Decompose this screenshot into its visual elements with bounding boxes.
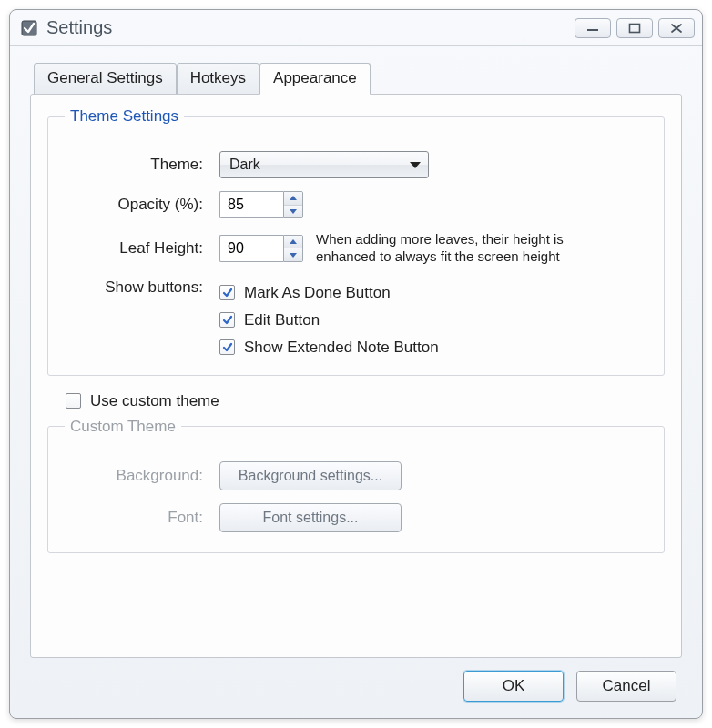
- mark-done-label: Mark As Done Button: [244, 284, 391, 302]
- leaf-height-hint: When adding more leaves, their height is…: [316, 231, 607, 266]
- tab-strip: General Settings Hotkeys Appearance: [34, 63, 682, 95]
- svg-rect-1: [587, 29, 598, 31]
- chevron-down-icon: [290, 209, 297, 214]
- use-custom-theme-checkbox[interactable]: [66, 393, 81, 409]
- opacity-down[interactable]: [284, 206, 302, 218]
- edit-label: Edit Button: [244, 311, 320, 329]
- tab-hotkeys[interactable]: Hotkeys: [177, 63, 259, 95]
- ok-button[interactable]: OK: [463, 671, 564, 702]
- settings-window: Settings General Settings Hotkeys Appear…: [9, 9, 703, 719]
- opacity-arrows: [283, 191, 303, 218]
- leaf-height-up[interactable]: [284, 236, 302, 249]
- chevron-down-icon: [410, 162, 421, 168]
- font-label: Font:: [65, 509, 219, 527]
- theme-settings-legend: Theme Settings: [65, 107, 184, 126]
- chevron-up-icon: [290, 239, 297, 244]
- minimize-button[interactable]: [575, 18, 611, 38]
- close-button[interactable]: [658, 18, 695, 38]
- opacity-label: Opacity (%):: [65, 196, 219, 214]
- client-area: General Settings Hotkeys Appearance Them…: [10, 46, 702, 718]
- leaf-height-stepper[interactable]: [219, 235, 303, 262]
- chevron-up-icon: [290, 196, 297, 200]
- tab-general[interactable]: General Settings: [34, 63, 177, 95]
- theme-label: Theme:: [65, 156, 219, 174]
- opacity-up[interactable]: [284, 192, 302, 206]
- custom-theme-group: Custom Theme Background: Background sett…: [47, 418, 665, 553]
- opacity-stepper[interactable]: [219, 191, 303, 218]
- titlebar: Settings: [10, 10, 702, 46]
- theme-select-value: Dark: [229, 157, 260, 173]
- theme-select[interactable]: Dark: [219, 151, 429, 178]
- ext-note-label: Show Extended Note Button: [244, 339, 439, 357]
- cancel-button[interactable]: Cancel: [576, 671, 676, 702]
- dialog-footer: OK Cancel: [30, 658, 682, 705]
- edit-checkbox[interactable]: [219, 312, 235, 328]
- use-custom-theme-label: Use custom theme: [90, 392, 219, 410]
- show-buttons-checks: Mark As Done Button Edit Button Show Ext…: [219, 278, 439, 359]
- tab-appearance[interactable]: Appearance: [259, 63, 371, 95]
- svg-rect-2: [630, 24, 640, 32]
- tab-body-appearance: Theme Settings Theme: Dark Opacity (%):: [30, 94, 682, 658]
- window-title: Settings: [46, 17, 569, 38]
- theme-settings-group: Theme Settings Theme: Dark Opacity (%):: [47, 107, 665, 376]
- app-icon: [21, 20, 37, 36]
- leaf-height-label: Leaf Height:: [65, 239, 219, 258]
- show-buttons-label: Show buttons:: [65, 278, 219, 297]
- font-settings-button[interactable]: Font settings...: [219, 503, 402, 532]
- background-settings-button[interactable]: Background settings...: [219, 461, 402, 490]
- custom-theme-legend: Custom Theme: [65, 418, 181, 436]
- background-label: Background:: [65, 467, 219, 485]
- opacity-input[interactable]: [219, 191, 283, 218]
- maximize-button[interactable]: [616, 18, 653, 38]
- ext-note-checkbox[interactable]: [219, 339, 235, 355]
- leaf-height-input[interactable]: [219, 235, 283, 262]
- mark-done-checkbox[interactable]: [219, 285, 235, 300]
- leaf-height-down[interactable]: [284, 248, 302, 261]
- leaf-height-arrows: [283, 235, 303, 262]
- chevron-down-icon: [290, 253, 297, 258]
